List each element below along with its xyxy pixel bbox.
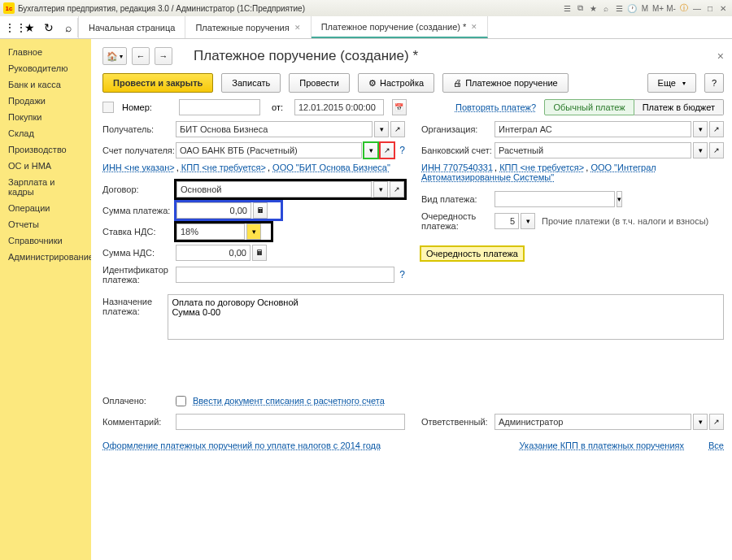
tool-icon[interactable]: ☰	[613, 2, 625, 14]
responsible-input[interactable]	[495, 414, 691, 430]
minimize-icon[interactable]: —	[691, 2, 703, 14]
more-button[interactable]: Еще	[647, 73, 696, 93]
sidebar-item[interactable]: Покупки	[0, 109, 91, 125]
dropdown-icon[interactable]: ▾	[246, 224, 261, 240]
mode-budget[interactable]: Платеж в бюджет	[634, 99, 724, 115]
tab-start[interactable]: Начальная страница	[79, 16, 185, 38]
sidebar-item[interactable]: Зарплата и кадры	[0, 174, 91, 200]
contract-input[interactable]	[176, 181, 372, 198]
tab-close-icon[interactable]: ✕	[471, 23, 477, 31]
sidebar-item[interactable]: Администрирование	[0, 249, 91, 265]
close-icon[interactable]: ✕	[717, 2, 729, 14]
sidebar-item[interactable]: Продажи	[0, 93, 91, 109]
settings-button[interactable]: ⚙Настройка	[358, 73, 434, 93]
bank-account-input[interactable]	[495, 142, 691, 158]
vat-rate-label: Ставка НДС:	[102, 227, 176, 237]
dropdown-icon[interactable]: ▾	[374, 121, 389, 137]
recipient-account-input[interactable]	[176, 142, 362, 158]
number-label: Номер:	[122, 102, 171, 112]
sidebar-item[interactable]: Операции	[0, 200, 91, 216]
sidebar-item[interactable]: Главное	[0, 44, 91, 60]
page-title: Платежное поручение (создание) *	[194, 48, 418, 64]
dropdown-icon[interactable]: ▾	[373, 181, 388, 198]
dropdown-icon[interactable]: ▾	[693, 414, 708, 430]
dropdown-icon[interactable]: ▾	[521, 213, 535, 229]
date-input[interactable]	[294, 99, 384, 115]
tab-payment-create[interactable]: Платежное поручение (создание) *✕	[312, 16, 489, 38]
tool-icon[interactable]: ⧉	[574, 2, 586, 14]
open-icon[interactable]: ↗	[709, 121, 724, 137]
help-button[interactable]: ?	[704, 73, 724, 93]
maximize-icon[interactable]: □	[704, 2, 716, 14]
sidebar-item[interactable]: ОС и НМА	[0, 158, 91, 174]
write-button[interactable]: Записать	[221, 73, 281, 93]
calendar-icon[interactable]: 📅	[392, 99, 407, 115]
vat-rate-input[interactable]	[176, 224, 245, 240]
tool-icon[interactable]: M-	[665, 2, 677, 14]
payer-id-label: Идентификатор платежа:	[102, 265, 176, 284]
amount-input[interactable]	[176, 202, 251, 219]
home-button[interactable]: 🏠	[102, 47, 127, 65]
kpp-note-link[interactable]: Указание КПП в платежных поручениях	[520, 441, 684, 450]
repeat-link[interactable]: Повторять платеж?	[455, 102, 536, 112]
dropdown-icon[interactable]: ▾	[693, 142, 708, 158]
tool-icon[interactable]: M+	[652, 2, 664, 14]
calc-icon[interactable]: 🖩	[253, 202, 268, 219]
open-icon[interactable]: ↗	[390, 121, 405, 137]
tax-note-link[interactable]: Оформление платежных поручений по уплате…	[102, 441, 381, 450]
enter-writeoff-link[interactable]: Ввести документ списания с расчетного сч…	[193, 396, 385, 406]
post-button[interactable]: Провести	[289, 73, 350, 93]
grid-icon[interactable]: ⋮⋮⋮	[0, 18, 20, 37]
all-link[interactable]: Все	[708, 441, 724, 450]
back-button[interactable]: ←	[132, 47, 150, 65]
dropdown-icon[interactable]: ▾	[693, 121, 708, 137]
organization-input[interactable]	[495, 121, 691, 137]
search-icon[interactable]: ⌕	[59, 18, 78, 37]
recipient-input[interactable]	[176, 121, 373, 137]
tool-icon[interactable]: M	[639, 2, 651, 14]
close-form-icon[interactable]: ×	[717, 50, 724, 63]
calc-icon[interactable]: 🖩	[252, 245, 267, 261]
sidebar-item[interactable]: Руководителю	[0, 60, 91, 76]
tab-close-icon[interactable]: ✕	[294, 24, 301, 32]
sidebar-item[interactable]: Банк и касса	[0, 76, 91, 93]
inn-link[interactable]: ИНН 7707540331	[421, 163, 493, 172]
purpose-textarea[interactable]	[168, 294, 724, 340]
recipient-label: Получатель:	[102, 124, 176, 134]
tool-icon[interactable]: ★	[587, 2, 599, 14]
sidebar-item[interactable]: Склад	[0, 125, 91, 141]
sidebar-item[interactable]: Производство	[0, 141, 91, 158]
open-icon[interactable]: ↗	[709, 414, 724, 430]
tool-icon[interactable]: 🕐	[626, 2, 638, 14]
comment-input[interactable]	[176, 414, 405, 430]
sidebar-item[interactable]: Отчеты	[0, 216, 91, 232]
inn-link[interactable]: ИНН <не указан>	[102, 163, 175, 172]
vat-sum-input[interactable]	[176, 245, 251, 261]
dropdown-icon[interactable]: ▾	[617, 191, 622, 207]
star-icon[interactable]: ★	[20, 18, 39, 37]
kpp-link[interactable]: КПП <не требуется>	[499, 163, 584, 172]
payer-id-input[interactable]	[176, 267, 394, 283]
tool-icon[interactable]: ⓘ	[678, 2, 690, 14]
forward-button[interactable]: →	[155, 47, 172, 65]
paid-checkbox[interactable]	[176, 396, 186, 406]
post-and-close-button[interactable]: Провести и закрыть	[102, 73, 213, 93]
open-icon[interactable]: ↗	[390, 181, 404, 198]
tab-payments-list[interactable]: Платежные поручения✕	[185, 16, 311, 38]
help-icon[interactable]: ?	[399, 269, 405, 280]
open-icon[interactable]: ↗	[709, 142, 724, 158]
priority-input[interactable]	[495, 213, 519, 229]
sidebar-item[interactable]: Справочники	[0, 232, 91, 249]
help-icon[interactable]: ?	[399, 145, 405, 156]
tool-icon[interactable]: ☰	[561, 2, 573, 14]
org-link[interactable]: ООО "БИТ Основа Бизнеса"	[272, 163, 390, 172]
number-input[interactable]	[179, 99, 260, 115]
mode-ordinary[interactable]: Обычный платеж	[544, 99, 634, 115]
kpp-link[interactable]: КПП <не требуется>	[181, 163, 266, 172]
print-button[interactable]: 🖨Платежное поручение	[442, 73, 569, 93]
dropdown-icon[interactable]: ▾	[364, 142, 378, 158]
history-icon[interactable]: ↻	[39, 18, 59, 37]
open-icon[interactable]: ↗	[380, 142, 394, 158]
tool-icon[interactable]: ⌕	[600, 2, 612, 14]
payment-type-input[interactable]	[495, 191, 615, 207]
